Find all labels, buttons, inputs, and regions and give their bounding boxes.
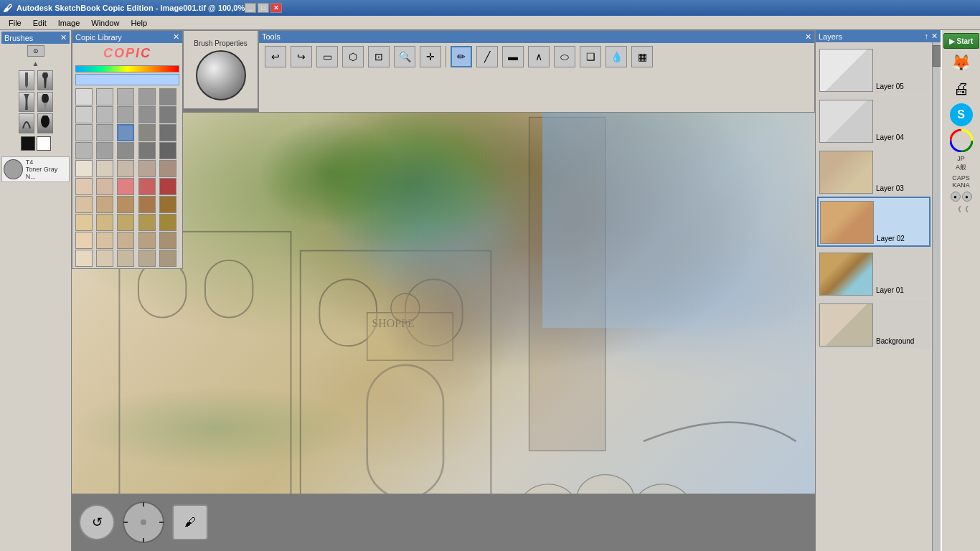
- layer-item-background[interactable]: Background: [817, 298, 930, 349]
- copic-swatch-30[interactable]: [75, 196, 93, 213]
- copic-swatch-33[interactable]: [138, 196, 156, 213]
- notify-icon-2[interactable]: ●: [962, 192, 972, 202]
- brush-nav-prev[interactable]: ⊙: [27, 45, 44, 57]
- copic-swatch-19[interactable]: [159, 142, 176, 159]
- copic-color-input[interactable]: [75, 74, 179, 85]
- copic-swatch-2[interactable]: [117, 88, 134, 105]
- copic-swatch-14[interactable]: [159, 124, 176, 141]
- layer-item-layer01[interactable]: Layer 01: [817, 248, 930, 298]
- copic-swatch-26[interactable]: [96, 178, 113, 195]
- copic-swatch-47[interactable]: [117, 250, 134, 267]
- copic-swatch-24[interactable]: [159, 160, 176, 177]
- tool-rect-shape[interactable]: ▬: [502, 46, 524, 67]
- black-swatch[interactable]: [21, 136, 35, 151]
- tool-undo[interactable]: ↩: [265, 46, 286, 67]
- copic-swatch-9[interactable]: [159, 106, 176, 123]
- copic-swatch-13[interactable]: [138, 124, 156, 141]
- layers-close-button[interactable]: ✕: [931, 32, 938, 41]
- copic-swatch-0[interactable]: [75, 88, 93, 105]
- copic-swatch-3[interactable]: [138, 88, 156, 105]
- layer-item-layer04[interactable]: Layer 04: [817, 95, 930, 145]
- tool-zoom[interactable]: 🔍: [394, 46, 415, 67]
- canvas-area[interactable]: SHOPPE: [72, 113, 815, 494]
- copic-swatch-31[interactable]: [96, 196, 113, 213]
- copic-swatch-6[interactable]: [96, 106, 113, 123]
- copic-swatch-18[interactable]: [138, 142, 156, 159]
- size-wheel[interactable]: [122, 501, 165, 544]
- copic-close-button[interactable]: ✕: [173, 32, 179, 42]
- taskbar-arrows[interactable]: 《《: [954, 204, 969, 215]
- copic-swatch-20[interactable]: [75, 160, 93, 177]
- copic-swatch-17[interactable]: [117, 142, 134, 159]
- start-button[interactable]: ▶ Start: [943, 33, 979, 49]
- menu-file[interactable]: File: [3, 17, 27, 29]
- copic-swatch-22[interactable]: [117, 160, 134, 177]
- menu-edit[interactable]: Edit: [27, 17, 52, 29]
- copic-swatch-44[interactable]: [159, 232, 176, 249]
- close-button[interactable]: ✕: [270, 3, 282, 13]
- layer-item-layer03[interactable]: Layer 03: [817, 146, 930, 196]
- copic-swatch-46[interactable]: [96, 250, 113, 267]
- tool-line[interactable]: ╱: [476, 46, 498, 67]
- notify-icon-1[interactable]: ●: [951, 192, 961, 202]
- menu-image[interactable]: Image: [52, 17, 86, 29]
- tool-eyedropper[interactable]: 💧: [606, 46, 627, 67]
- copic-swatch-32[interactable]: [117, 196, 134, 213]
- brush-tool-4[interactable]: [37, 92, 53, 112]
- tools-close-button[interactable]: ✕: [805, 32, 811, 42]
- menu-help[interactable]: Help: [125, 17, 153, 29]
- copic-swatch-5[interactable]: [75, 106, 93, 123]
- copic-swatch-43[interactable]: [138, 232, 156, 249]
- brushes-close-button[interactable]: ✕: [60, 33, 67, 42]
- white-swatch[interactable]: [37, 136, 51, 151]
- copic-swatch-36[interactable]: [96, 214, 113, 231]
- copic-swatch-10[interactable]: [75, 124, 93, 141]
- copic-swatch-49[interactable]: [159, 250, 176, 267]
- copic-swatch-27[interactable]: [117, 178, 134, 195]
- copic-swatch-8[interactable]: [138, 106, 156, 123]
- brush-tool-2[interactable]: [37, 70, 53, 90]
- tool-pencil[interactable]: ✏: [451, 46, 472, 67]
- copic-swatch-35[interactable]: [75, 214, 93, 231]
- tool-crop[interactable]: ⊡: [368, 46, 390, 67]
- copic-swatch-16[interactable]: [96, 142, 113, 159]
- tool-stamp[interactable]: ❑: [580, 46, 601, 67]
- brush-tool-5[interactable]: [19, 113, 34, 133]
- brush-tool-6[interactable]: [37, 113, 53, 133]
- layer-item-layer02[interactable]: Layer 02: [817, 197, 930, 247]
- tool-fill[interactable]: ▦: [631, 46, 653, 67]
- canvas-image[interactable]: SHOPPE: [72, 113, 815, 494]
- tool-ellipse[interactable]: ⬭: [554, 46, 575, 67]
- tool-select-rect[interactable]: ▭: [316, 46, 338, 67]
- copic-swatch-48[interactable]: [138, 250, 156, 267]
- tool-select-lasso[interactable]: ⬡: [342, 46, 364, 67]
- tool-redo[interactable]: ↪: [291, 46, 312, 67]
- brush-size-preview[interactable]: [196, 50, 246, 100]
- layers-scrollbar[interactable]: [932, 42, 941, 551]
- copic-swatch-7[interactable]: [117, 106, 134, 123]
- copic-swatch-29[interactable]: [159, 178, 176, 195]
- copic-swatch-11[interactable]: [96, 124, 113, 141]
- menu-window[interactable]: Window: [85, 17, 125, 29]
- copic-swatch-15[interactable]: [75, 142, 93, 159]
- brush-tool-3[interactable]: [19, 92, 34, 112]
- copic-swatch-38[interactable]: [138, 214, 156, 231]
- copic-swatch-1[interactable]: [96, 88, 113, 105]
- copic-swatch-34[interactable]: [159, 196, 176, 213]
- maximize-button[interactable]: □: [258, 3, 269, 13]
- firefox-icon[interactable]: 🦊: [950, 52, 973, 75]
- tool-zigzag[interactable]: ∧: [528, 46, 550, 67]
- tool-pan[interactable]: ✛: [420, 46, 441, 67]
- brush-tool-1[interactable]: [19, 70, 34, 90]
- color-picker-icon[interactable]: [950, 129, 973, 152]
- copic-swatch-28[interactable]: [138, 178, 156, 195]
- rotate-control[interactable]: ↺: [79, 504, 115, 540]
- brush-icon-2[interactable]: 🖌: [172, 504, 208, 540]
- copic-swatch-39[interactable]: [159, 214, 176, 231]
- skype-icon[interactable]: S: [950, 103, 973, 126]
- copic-swatch-42[interactable]: [117, 232, 134, 249]
- minimize-button[interactable]: _: [245, 3, 256, 13]
- copic-swatch-37[interactable]: [117, 214, 134, 231]
- copic-color-bar[interactable]: [75, 65, 179, 72]
- layers-scroll-up-icon[interactable]: ↑: [925, 32, 929, 41]
